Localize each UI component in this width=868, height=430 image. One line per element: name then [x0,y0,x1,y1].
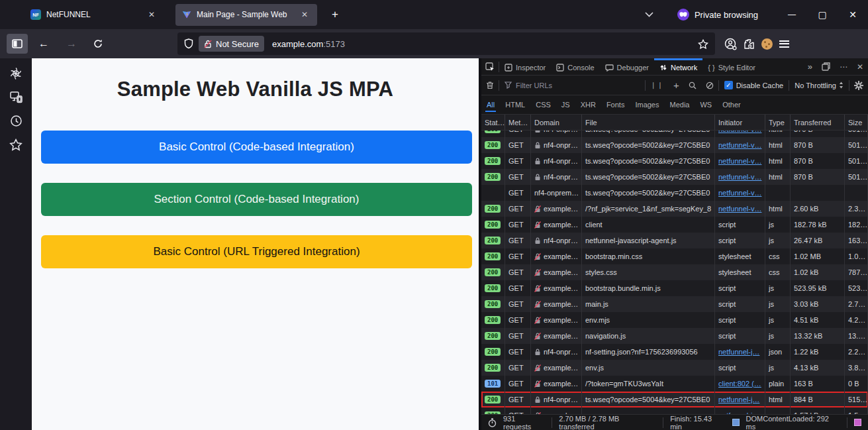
tab-inspector[interactable]: Inspector [499,58,551,75]
network-row[interactable]: 200GETnf4-onpr…ts.wseq?opcode=5002&key=2… [481,153,868,169]
debugger-icon [605,64,614,72]
network-row[interactable]: 200GETexample.…env.mjsscriptjs4.51 kB4.2… [481,312,868,328]
tab-close-icon[interactable]: ✕ [299,9,311,21]
network-row[interactable]: GETnf4-onprem…ts.wseq?opcode=5002&key=27… [481,185,868,201]
tab-close-icon[interactable]: ✕ [146,9,158,21]
status-badge: 200 [485,141,501,149]
initiator-link: netfunnel-j… [718,411,759,414]
column-header[interactable]: File [582,115,715,130]
cell-domain: example.… [531,248,582,264]
bookmarks-icon[interactable] [5,135,26,154]
new-request-plus-icon[interactable]: + [669,80,684,91]
filter-images[interactable]: Images [630,95,664,114]
network-row[interactable]: 200GETnf4-onpr…netfunnel-javascript-agen… [481,233,868,248]
maximize-button[interactable]: ▢ [807,1,838,28]
close-window-button[interactable]: ✕ [838,1,868,28]
network-row[interactable]: 200GETexample.…/?nf_pjk=service_1&nf_smk… [481,201,868,217]
network-row[interactable]: 200GETexample.…navigation.jsscriptjs13.3… [481,328,868,344]
network-row[interactable]: 200GETexample.…netfunnel-j…1.57 kB1.5… [481,407,868,414]
column-header[interactable]: Stat… [481,115,505,130]
filter-html[interactable]: HTML [500,95,530,114]
tab-network[interactable]: Network [654,58,702,75]
filter-fonts[interactable]: Fonts [601,95,630,114]
ai-chatbot-icon[interactable] [5,64,26,83]
bookmark-star-icon[interactable] [698,39,708,49]
filter-js[interactable]: JS [556,95,575,114]
tab-netfunnel[interactable]: NF NetFUNNEL ✕ [24,4,164,26]
filter-css[interactable]: CSS [530,95,556,114]
network-row[interactable]: 200GETnf4-onpr…nf-setting.json?nf=175623… [481,344,868,360]
throttling-select[interactable]: No Throttling [789,81,849,89]
tab-debugger[interactable]: Debugger [600,58,654,75]
basic-control-url-button[interactable]: Basic Control (URL Triggered Integration… [41,235,472,268]
block-requests-icon[interactable] [701,81,718,89]
column-header[interactable]: Domain [531,115,582,130]
filter-ws[interactable]: WS [695,95,717,114]
url-bar[interactable]: Not Secure example.com:5173 [177,32,715,55]
column-header[interactable]: Type [765,115,791,130]
new-tab-button[interactable]: + [326,8,344,21]
reload-button[interactable] [87,34,109,54]
cell-status: 200 [481,201,505,217]
synced-tabs-icon[interactable] [5,87,26,107]
search-icon[interactable] [684,81,701,89]
network-row-highlighted[interactable]: 200GETnf4-onpr…ts.wseq?opcode=5004&key=2… [481,392,868,407]
network-row[interactable]: 200GETexample.…clientscriptjs182.78 kB18… [481,217,868,233]
shield-icon[interactable] [184,38,193,49]
filter-urls-input[interactable]: Filter URLs [499,81,645,89]
security-chip[interactable]: Not Secure [199,36,264,52]
disable-cache-toggle[interactable]: ✓ Disable Cache [719,81,789,89]
pick-element-icon[interactable] [481,58,499,75]
cell-transferred: 1.22 kB [791,344,845,360]
tab-sample-web[interactable]: Main Page - Sample Web ✕ [175,4,317,26]
pause-log-icon[interactable]: ❘❘ [646,81,669,89]
responsive-design-mode-icon[interactable] [817,62,835,71]
network-row[interactable]: 200GETexample.…styles.cssstylesheetcss1.… [481,264,868,280]
cell-status: 200 [481,296,505,312]
network-row[interactable]: 200GETexample.…bootstrap.bundle.min.jssc… [481,280,868,296]
history-icon[interactable] [5,111,26,131]
network-row[interactable]: 200GETnf4-onpr…ts.wseq?opcode=5002&key=2… [481,137,868,153]
network-row[interactable]: 101GETexample.…/?token=gmTKU3wsYaItclien… [481,376,868,392]
forward-button[interactable]: → [61,34,82,54]
filter-xhr[interactable]: XHR [575,95,601,114]
back-button[interactable]: ← [33,34,54,54]
filter-all[interactable]: All [481,95,500,114]
network-row[interactable]: 200GETexample.…main.jsscriptjs3.03 kB2.7… [481,296,868,312]
checkbox-checked-icon[interactable]: ✓ [724,81,733,89]
sidebar-toggle-button[interactable] [7,34,28,54]
menu-hamburger-icon[interactable] [779,40,789,48]
filter-other[interactable]: Other [717,95,746,114]
column-header[interactable]: Transferred [791,115,845,130]
cell-transferred: 2.60 kB [791,201,845,217]
network-settings-gear-icon[interactable] [849,81,868,90]
cookie-extension-icon[interactable] [761,38,773,50]
column-header[interactable]: Met… [505,115,531,130]
filter-media[interactable]: Media [664,95,695,114]
network-row[interactable]: 200GETexample.…bootstrap.min.cssstyleshe… [481,248,868,264]
basic-control-code-button[interactable]: Basic Control (Code-based Integration) [41,131,472,164]
section-control-code-button[interactable]: Section Control (Code-based Integration) [41,183,472,216]
minimize-button[interactable]: — [777,1,807,28]
stopwatch-icon[interactable] [488,418,497,427]
cell-domain: nf4-onpr… [531,153,582,169]
browser-window: NF NetFUNNEL ✕ Main Page - Sample Web ✕ … [0,0,868,430]
close-devtools-button[interactable]: ✕ [852,62,868,72]
network-row[interactable]: 200GETnf4-onpr…ts.wseq?opcode=5002&key=2… [481,169,868,185]
column-header[interactable]: Size [845,115,868,130]
more-tabs-chevrons[interactable]: » [803,62,817,72]
tab-console[interactable]: Console [551,58,599,75]
account-icon[interactable] [724,38,737,50]
network-row[interactable]: 200GETexample.…env.jsscriptjs4.13 kB3.8… [481,360,868,376]
devtools-meatball-menu[interactable]: ⋯ [835,62,852,72]
network-row[interactable]: 200GETnf4-onpr…ts.wseq?opcode=5002&key=2… [481,131,868,137]
window-controls: — ▢ ✕ [777,1,868,28]
clear-requests-trash-icon[interactable] [481,81,499,89]
column-header[interactable]: Initiator [715,115,765,130]
extensions-puzzle-icon[interactable] [744,38,755,50]
tab-style-editor[interactable]: { } Style Editor [702,58,761,75]
status-badge: 200 [485,205,501,213]
list-all-tabs-chevron-icon[interactable] [645,12,653,17]
cell-initiator: script [715,233,765,248]
cell-method: GET [505,280,531,296]
